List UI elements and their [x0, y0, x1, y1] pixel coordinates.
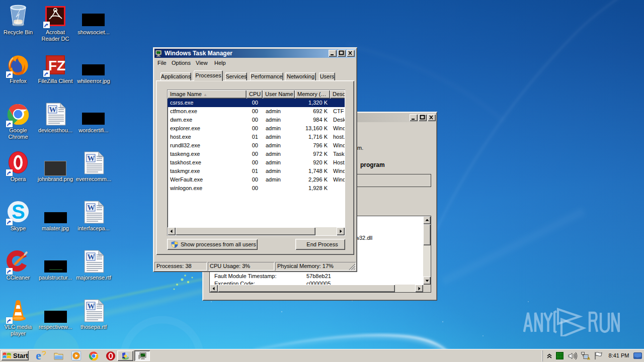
- svg-text:W: W: [88, 253, 95, 261]
- svg-text:W: W: [49, 106, 57, 114]
- svg-text:W: W: [88, 204, 95, 212]
- svg-text:e: e: [36, 351, 41, 360]
- svg-text:W: W: [88, 154, 95, 162]
- svg-text:W: W: [88, 302, 95, 310]
- svg-text:FZ: FZ: [48, 58, 65, 73]
- svg-text:S: S: [12, 201, 25, 223]
